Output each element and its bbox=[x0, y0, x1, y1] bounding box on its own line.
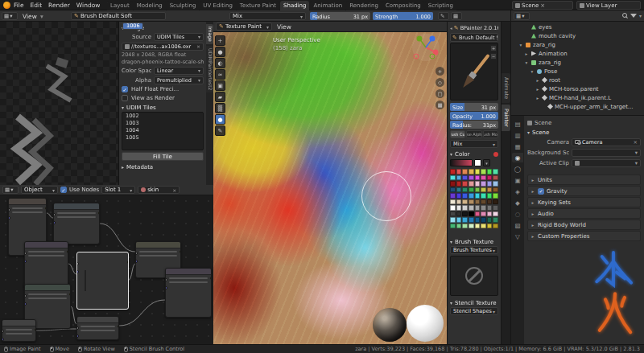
palette-swatch[interactable] bbox=[475, 224, 481, 229]
palette-swatch[interactable] bbox=[450, 217, 456, 223]
background-scene-field[interactable]: ▾ bbox=[572, 149, 641, 157]
brush-preview[interactable]: + − bbox=[450, 43, 498, 101]
palette-swatch[interactable] bbox=[456, 211, 462, 217]
palette-swatch[interactable] bbox=[456, 181, 462, 187]
shader-node[interactable] bbox=[76, 316, 119, 340]
palette-swatch[interactable] bbox=[462, 199, 468, 205]
palette-swatch[interactable] bbox=[493, 169, 498, 174]
node-socket[interactable] bbox=[53, 213, 56, 216]
palette-swatch[interactable] bbox=[462, 217, 468, 223]
palette-swatch[interactable] bbox=[469, 181, 474, 187]
search-icon[interactable] bbox=[622, 13, 628, 18]
editor-type-button[interactable]: ▦▾ bbox=[2, 12, 18, 20]
clone-tool[interactable]: ▣ bbox=[215, 80, 225, 91]
blend-mode-dropdown[interactable]: Mix ▾ bbox=[229, 12, 306, 20]
palette-swatch[interactable] bbox=[493, 211, 498, 217]
palette-swatch[interactable] bbox=[469, 199, 474, 205]
palette-swatch[interactable] bbox=[462, 169, 468, 174]
slot-dropdown[interactable]: Slot 1▾ bbox=[101, 186, 135, 194]
workspace-tab-animation[interactable]: Animation bbox=[310, 1, 345, 10]
palette-swatch[interactable] bbox=[469, 224, 474, 229]
palette-swatch[interactable] bbox=[493, 224, 498, 229]
properties-panel-units[interactable]: ▸Units bbox=[527, 174, 641, 185]
node-socket[interactable] bbox=[76, 262, 79, 265]
udim-tile-row[interactable]: 1003 bbox=[122, 120, 203, 127]
matcap-preview-sphere[interactable] bbox=[373, 308, 407, 342]
workspace-tab-scripting[interactable]: Scripting bbox=[425, 1, 456, 10]
palette-swatch[interactable] bbox=[456, 169, 462, 174]
mode-dropdown[interactable]: ✎ Texture Paint ▾ bbox=[216, 23, 272, 31]
node-socket[interactable] bbox=[53, 221, 56, 224]
fill-tool[interactable]: ▰ bbox=[215, 92, 225, 102]
strength-slider[interactable]: Strength 1.000 bbox=[373, 12, 433, 20]
filepath-field[interactable]: //textures...ax1006.exr× bbox=[122, 43, 204, 51]
bpainter-opacity-slider[interactable]: Opacity1.000 bbox=[450, 112, 498, 120]
output-tab[interactable]: ▥ bbox=[512, 130, 523, 140]
outliner-row[interactable]: eyes bbox=[511, 23, 644, 31]
node-socket[interactable] bbox=[8, 208, 10, 211]
filter-icon[interactable] bbox=[630, 14, 637, 18]
palette-swatch[interactable] bbox=[469, 187, 474, 193]
workspace-tab-layout[interactable]: Layout bbox=[107, 1, 133, 10]
active-clip-field[interactable]: ▾ bbox=[572, 159, 641, 167]
workspace-tab-compositing[interactable]: Compositing bbox=[382, 1, 424, 10]
palette-swatch[interactable] bbox=[475, 211, 481, 217]
camera-field[interactable]: Camera × bbox=[572, 138, 641, 146]
palette-swatch[interactable] bbox=[456, 224, 462, 229]
palette-swatch[interactable] bbox=[493, 193, 498, 199]
palette-swatch[interactable] bbox=[487, 199, 493, 205]
palette-swatch[interactable] bbox=[481, 169, 486, 174]
expander-icon[interactable]: ▸ bbox=[535, 87, 540, 92]
view-layer-tab[interactable]: ▦ bbox=[512, 142, 523, 151]
world-tab[interactable]: ◯ bbox=[512, 164, 523, 174]
node-socket[interactable] bbox=[67, 250, 68, 253]
grid-ortho-icon[interactable]: ▦ bbox=[436, 101, 444, 109]
cursor-tool[interactable]: + bbox=[215, 35, 225, 46]
image-editor-canvas[interactable] bbox=[0, 22, 119, 185]
palette-swatch[interactable] bbox=[469, 175, 474, 181]
palette-swatch[interactable] bbox=[481, 193, 486, 199]
node-socket[interactable] bbox=[180, 250, 181, 253]
object-data-tab[interactable]: ▽ bbox=[512, 232, 523, 241]
scene-selector[interactable]: Scene × bbox=[512, 1, 573, 10]
brush-selector[interactable]: ✎ Brush Default Soft bbox=[71, 12, 166, 20]
bpainter-brush-selector[interactable]: ✎ Brush Default Soft bbox=[450, 33, 498, 42]
node-editor-canvas[interactable] bbox=[0, 195, 213, 344]
palette-swatch[interactable] bbox=[493, 187, 498, 193]
bpainter-blend-dropdown[interactable]: Mix ▾ bbox=[450, 140, 498, 148]
palette-swatch[interactable] bbox=[469, 169, 474, 174]
palette-swatch[interactable] bbox=[481, 199, 486, 205]
palette-swatch[interactable] bbox=[450, 187, 456, 193]
outliner-row[interactable]: mouth cavity bbox=[511, 31, 644, 40]
palette-swatch[interactable] bbox=[469, 193, 474, 199]
palette-swatch[interactable] bbox=[456, 193, 462, 199]
menu-window[interactable]: Window bbox=[76, 2, 101, 9]
close-icon[interactable]: × bbox=[634, 139, 638, 146]
shader-node[interactable] bbox=[53, 203, 100, 244]
palette-swatch[interactable] bbox=[469, 211, 474, 217]
bpainter-tab-use-alpha[interactable]: Use Alpha bbox=[466, 130, 481, 138]
node-socket[interactable] bbox=[127, 261, 129, 264]
palette-swatch[interactable] bbox=[456, 217, 462, 223]
close-icon[interactable]: × bbox=[172, 187, 176, 193]
color-space-dropdown[interactable]: Linear▾ bbox=[154, 67, 204, 75]
node-socket[interactable] bbox=[135, 260, 138, 263]
menu-edit[interactable]: Edit bbox=[31, 2, 43, 9]
outliner-row[interactable]: ▾zara_rig bbox=[511, 58, 644, 67]
brush-texture-preview[interactable] bbox=[450, 256, 498, 296]
render-tab[interactable]: ▤ bbox=[512, 119, 523, 129]
palette-swatch[interactable] bbox=[481, 211, 486, 217]
node-socket[interactable] bbox=[76, 326, 79, 330]
view-as-render-checkbox[interactable] bbox=[122, 95, 128, 101]
expander-icon[interactable]: ▾ bbox=[518, 43, 523, 47]
menu-file[interactable]: File bbox=[14, 2, 24, 9]
texture-options-button[interactable]: ▦ bbox=[451, 12, 462, 20]
particles-tab[interactable]: ◆ bbox=[512, 198, 523, 207]
palette-swatch[interactable] bbox=[475, 169, 481, 174]
node-socket[interactable] bbox=[76, 270, 79, 273]
properties-panel-gravity[interactable]: ▸Gravity bbox=[527, 186, 641, 196]
unlink-scene-icon[interactable]: × bbox=[540, 2, 545, 9]
outliner-row[interactable]: ▾Pose bbox=[511, 67, 644, 76]
node-socket[interactable] bbox=[165, 278, 167, 281]
radius-slider[interactable]: Radius 31 px bbox=[310, 12, 370, 20]
